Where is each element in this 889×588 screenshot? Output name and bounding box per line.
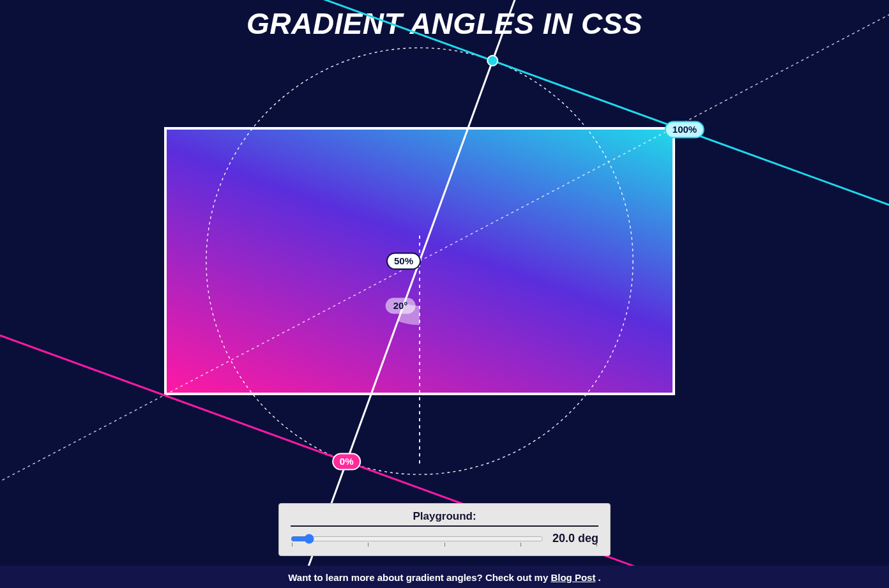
- stage: GRADIENT ANGLES IN CSS 0% 50% 100% 20° P…: [0, 0, 889, 588]
- page-title: GRADIENT ANGLES IN CSS: [0, 6, 889, 41]
- label-angle-badge: 20°: [386, 298, 416, 314]
- label-50-percent: 50%: [386, 253, 421, 270]
- playground-title: Playground:: [291, 510, 598, 523]
- footer-text-b: .: [598, 572, 601, 583]
- playground-panel: Playground: 20.0 deg: [278, 503, 611, 556]
- label-0-percent: 0%: [332, 453, 361, 470]
- svg-point-6: [487, 56, 498, 66]
- label-100-percent: 100%: [665, 121, 704, 139]
- angle-readout: 20.0 deg: [552, 532, 598, 545]
- footer-bar: Want to learn more about gradient angles…: [0, 566, 889, 588]
- angle-slider[interactable]: [291, 532, 543, 545]
- footer-text-a: Want to learn more about gradient angles…: [288, 572, 551, 583]
- footer-blog-link[interactable]: Blog Post: [551, 572, 595, 583]
